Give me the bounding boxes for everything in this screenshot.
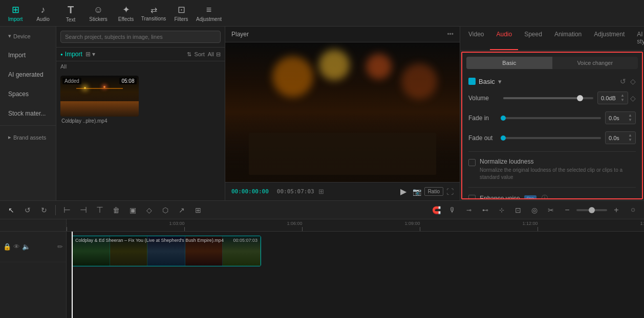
toolbar-import[interactable]: ⊞ Import bbox=[2, 2, 29, 25]
volume-thumb[interactable] bbox=[577, 95, 583, 101]
list-item[interactable]: Added 05:08 Coldplay ..plre).mp4 bbox=[60, 76, 139, 196]
view-toggle[interactable]: ⊞ ▾ bbox=[85, 51, 95, 58]
tab-animation[interactable]: Animation bbox=[548, 27, 588, 50]
toolbar-adjustment[interactable]: ≡ Adjustment bbox=[196, 2, 222, 25]
eye-icon[interactable]: 👁 bbox=[13, 243, 20, 251]
light-spot bbox=[366, 54, 392, 79]
zoom-out-tool[interactable]: − bbox=[560, 203, 574, 217]
fade-in-up[interactable]: ▲ bbox=[628, 113, 632, 118]
audio-section-title: Basic ▾ bbox=[468, 78, 502, 85]
zoom-slider-thumb[interactable] bbox=[589, 207, 595, 213]
sidebar-item-import[interactable]: Import bbox=[2, 47, 54, 64]
tab-ai-stylize[interactable]: AI stylize bbox=[631, 27, 644, 50]
main-area: ▾ Device Import AI generated Spaces Stoc… bbox=[0, 27, 644, 200]
zoom-in-tool[interactable]: + bbox=[609, 203, 624, 217]
toolbar-filters[interactable]: ⊡ Filters bbox=[168, 2, 195, 25]
fade-in-value-input[interactable]: 0.0s ▲ ▼ bbox=[605, 111, 636, 124]
fade-out-thumb[interactable] bbox=[501, 135, 506, 141]
enhance-checkbox[interactable] bbox=[468, 195, 476, 200]
split-left-tool[interactable]: ⊢ bbox=[60, 203, 74, 217]
text-icon: T bbox=[68, 4, 74, 16]
frames-icon[interactable]: ⊞ bbox=[318, 188, 324, 195]
ratio-button[interactable]: Ratio bbox=[424, 187, 443, 196]
volume-down[interactable]: ▼ bbox=[620, 98, 625, 102]
more-icon[interactable]: ••• bbox=[447, 31, 454, 38]
split-right-tool[interactable]: ⊣ bbox=[76, 203, 91, 217]
info-icon[interactable]: ⓘ bbox=[542, 194, 548, 199]
brand-assets-section[interactable]: ▸ Brand assets bbox=[2, 129, 54, 146]
import-button[interactable]: Import bbox=[60, 51, 82, 58]
crop-tool[interactable]: ▣ bbox=[125, 203, 140, 217]
normalize-title: Normalize loudness bbox=[480, 158, 636, 165]
fade-out-up[interactable]: ▲ bbox=[628, 133, 632, 138]
grid-view-icon: ⊞ ▾ bbox=[85, 51, 95, 58]
delete-tool[interactable]: 🗑 bbox=[109, 203, 123, 217]
redo-tool[interactable]: ↻ bbox=[37, 203, 51, 217]
ruler-mark: 1:03:00 bbox=[184, 227, 185, 231]
subtab-voice-changer[interactable]: Voice changer bbox=[552, 57, 638, 69]
cut-tool[interactable]: ✂ bbox=[544, 203, 558, 217]
fade-in-thumb[interactable] bbox=[501, 116, 506, 121]
keyframe-tool[interactable]: ◇ bbox=[142, 203, 156, 217]
tab-audio[interactable]: Audio bbox=[490, 27, 518, 50]
sidebar-item-stock[interactable]: Stock mater... bbox=[2, 105, 54, 122]
undo-tool[interactable]: ↺ bbox=[20, 203, 35, 217]
toolbar-stickers[interactable]: ☺ Stickers bbox=[85, 2, 112, 25]
volume-label: Volume bbox=[468, 95, 499, 102]
import-tool[interactable]: ⊞ bbox=[191, 203, 205, 217]
tab-adjustment[interactable]: Adjustment bbox=[588, 27, 631, 50]
volume-value-input[interactable]: 0.0dB ▲ ▼ bbox=[597, 92, 628, 104]
camera-icon[interactable]: 📷 bbox=[413, 188, 421, 196]
all-filter-button[interactable]: All ⊟ bbox=[208, 51, 221, 58]
video-track[interactable]: Coldplay & Ed Sheeran – Fix You (Live at… bbox=[72, 236, 261, 266]
edit-icon[interactable]: ✏ bbox=[57, 243, 63, 251]
sidebar-item-ai-generated[interactable]: AI generated bbox=[2, 66, 54, 83]
playhead[interactable] bbox=[72, 232, 73, 318]
volume-reset-icon[interactable]: ◇ bbox=[630, 94, 636, 102]
fullscreen-icon[interactable]: ⛶ bbox=[446, 188, 454, 196]
clip-tool[interactable]: ⊹ bbox=[495, 203, 509, 217]
toolbar-text[interactable]: T Text bbox=[57, 2, 84, 25]
voice-tool[interactable]: ◎ bbox=[527, 203, 542, 217]
toolbar-transitions[interactable]: ⇄ Transitions bbox=[140, 2, 167, 25]
lock-icon[interactable]: 🔒 bbox=[3, 243, 11, 251]
tab-speed[interactable]: Speed bbox=[518, 27, 548, 50]
reset-icon[interactable]: ↺ bbox=[620, 77, 626, 85]
subtab-basic[interactable]: Basic bbox=[466, 57, 552, 69]
dropdown-icon: ▾ bbox=[498, 78, 502, 85]
volume-up[interactable]: ▲ bbox=[620, 94, 625, 98]
fade-in-slider[interactable] bbox=[503, 117, 601, 119]
mute-icon[interactable]: 🔈 bbox=[22, 243, 30, 251]
search-input[interactable] bbox=[60, 31, 221, 43]
sidebar-item-spaces[interactable]: Spaces bbox=[2, 85, 54, 103]
sort-button[interactable]: ⇅ Sort bbox=[187, 51, 205, 58]
zoom-slider[interactable] bbox=[576, 209, 607, 211]
normalize-desc: Normalize the original loudness of the s… bbox=[480, 167, 636, 181]
split-mid-tool[interactable]: ⊤ bbox=[93, 203, 107, 217]
normalize-checkbox[interactable] bbox=[468, 159, 476, 166]
mic-tool[interactable]: 🎙 bbox=[445, 203, 460, 217]
fade-out-value-input[interactable]: 0.0s ▲ ▼ bbox=[605, 131, 636, 144]
fade-out-down[interactable]: ▼ bbox=[628, 138, 632, 142]
arrow-tool[interactable]: ↗ bbox=[175, 203, 189, 217]
fade-out-slider[interactable] bbox=[503, 137, 601, 139]
track-header-row bbox=[0, 219, 66, 232]
basic-checkbox[interactable] bbox=[468, 78, 476, 85]
left-panel-divider bbox=[0, 125, 56, 126]
diamond-icon[interactable]: ◇ bbox=[630, 77, 636, 85]
volume-slider[interactable] bbox=[503, 97, 593, 99]
play-button[interactable]: ▶ bbox=[397, 186, 410, 197]
current-time: 00:00:00:00 bbox=[231, 188, 269, 195]
link1-tool[interactable]: ⊸ bbox=[462, 203, 476, 217]
device-section[interactable]: ▾ Device bbox=[2, 28, 54, 44]
shape-tool[interactable]: ⬡ bbox=[158, 203, 173, 217]
select-tool[interactable]: ↖ bbox=[4, 203, 18, 217]
toolbar-effects[interactable]: ✦ Effects bbox=[113, 2, 139, 25]
scene-tool[interactable]: ⊡ bbox=[511, 203, 525, 217]
tab-video[interactable]: Video bbox=[462, 27, 490, 50]
link2-tool[interactable]: ⊷ bbox=[478, 203, 492, 217]
time-display-tool[interactable]: ⊙ bbox=[626, 203, 640, 217]
fade-in-down[interactable]: ▼ bbox=[628, 118, 632, 122]
toolbar-audio[interactable]: ♪ Audio bbox=[30, 2, 56, 25]
magnet-tool[interactable]: 🧲 bbox=[429, 203, 443, 217]
